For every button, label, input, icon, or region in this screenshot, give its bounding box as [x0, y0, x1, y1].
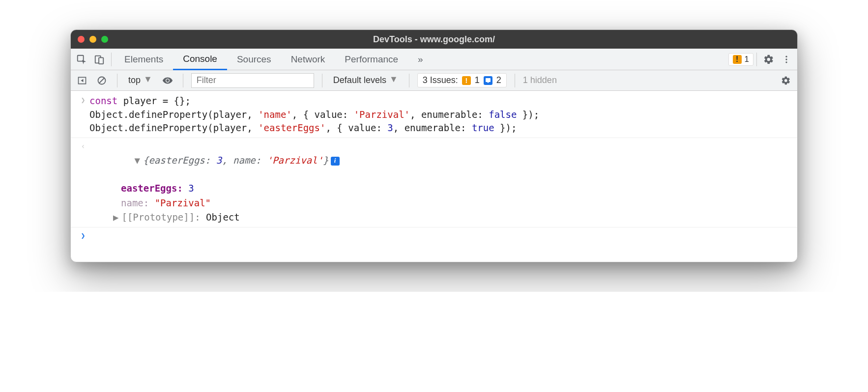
sidebar-toggle-icon[interactable] — [75, 73, 89, 88]
console-result-row: ‹ ▼{easterEggs: 3, name: 'Parzival'}i — [71, 140, 797, 182]
console-output: ❯ const player = {}; Object.defineProper… — [71, 91, 797, 262]
context-selector[interactable]: top▼ — [125, 75, 155, 85]
divider — [111, 53, 112, 66]
live-expression-icon[interactable] — [160, 73, 175, 88]
object-property-row: easterEggs: 3 — [71, 181, 797, 196]
prototype-label: [[Prototype]] — [121, 212, 195, 223]
issues-summary[interactable]: 3 Issues: ! 1 2 — [417, 73, 507, 87]
divider — [71, 138, 797, 138]
dropdown-icon: ▼ — [389, 74, 398, 84]
log-levels-selector[interactable]: Default levels▼ — [330, 75, 401, 85]
output-indicator-icon: ‹ — [77, 140, 89, 181]
issues-badge[interactable]: ! 1 — [728, 53, 753, 66]
window-title: DevTools - www.google.com/ — [71, 34, 797, 45]
inspect-element-icon[interactable] — [73, 51, 90, 68]
warn-count: 1 — [745, 55, 749, 64]
console-input[interactable] — [89, 230, 791, 242]
object-property-row: name: "Parzival" — [71, 196, 797, 211]
svg-line-8 — [99, 78, 104, 83]
divider — [71, 227, 797, 227]
divider — [756, 53, 757, 66]
clear-console-icon[interactable] — [94, 73, 109, 88]
tab-network[interactable]: Network — [281, 49, 335, 70]
divider — [183, 74, 183, 87]
dropdown-icon: ▼ — [144, 74, 152, 84]
divider — [515, 74, 515, 87]
result-preview[interactable]: ▼{easterEggs: 3, name: 'Parzival'}i — [89, 140, 791, 181]
console-input-row: ❯ const player = {}; Object.defineProper… — [71, 94, 797, 136]
device-toolbar-icon[interactable] — [90, 51, 108, 68]
prototype-value: Object — [206, 212, 240, 223]
window-controls — [78, 36, 108, 43]
hidden-messages-label[interactable]: 1 hidden — [523, 75, 557, 85]
input-prompt-icon: ❯ — [77, 94, 89, 135]
console-prompt-row[interactable]: ❯ — [71, 229, 797, 242]
svg-point-3 — [785, 56, 787, 57]
expand-arrow-icon[interactable]: ▶ — [113, 212, 118, 223]
titlebar: DevTools - www.google.com/ — [71, 30, 797, 49]
tab-elements[interactable]: Elements — [115, 49, 173, 70]
console-toolbar: top▼ Default levels▼ 3 Issues: ! 1 2 1 h… — [71, 70, 797, 91]
panel-tabbar: Elements Console Sources Network Perform… — [71, 49, 797, 70]
warning-icon: ! — [462, 76, 471, 85]
property-key: easterEggs — [121, 183, 177, 194]
tab-console[interactable]: Console — [173, 49, 227, 70]
maximize-window-button[interactable] — [101, 36, 108, 43]
close-window-button[interactable] — [78, 36, 85, 43]
settings-gear-icon[interactable] — [760, 51, 778, 68]
console-settings-gear-icon[interactable] — [779, 73, 793, 88]
info-icon — [484, 76, 492, 85]
minimize-window-button[interactable] — [89, 36, 96, 43]
divider — [409, 74, 409, 87]
tab-performance[interactable]: Performance — [335, 49, 408, 70]
divider — [322, 74, 322, 87]
info-badge-icon[interactable]: i — [331, 157, 340, 166]
svg-point-5 — [785, 61, 787, 63]
svg-rect-2 — [99, 57, 103, 64]
tab-sources[interactable]: Sources — [227, 49, 281, 70]
property-value: 3 — [188, 183, 194, 194]
property-value: "Parzival" — [155, 197, 211, 208]
warning-icon: ! — [733, 55, 742, 64]
devtools-window: DevTools - www.google.com/ Elements Cons… — [70, 29, 798, 262]
object-prototype-row: ▶[[Prototype]]: Object — [71, 210, 797, 225]
expand-arrow-icon[interactable]: ▼ — [135, 155, 140, 166]
input-prompt-icon: ❯ — [77, 230, 89, 242]
code-line[interactable]: const player = {}; Object.defineProperty… — [89, 94, 791, 135]
filter-input[interactable] — [191, 73, 314, 88]
divider — [117, 74, 117, 87]
svg-point-4 — [785, 58, 787, 60]
property-key: name — [121, 197, 144, 208]
more-menu-icon[interactable] — [778, 51, 795, 68]
tabs-overflow-button[interactable]: » — [408, 49, 433, 70]
